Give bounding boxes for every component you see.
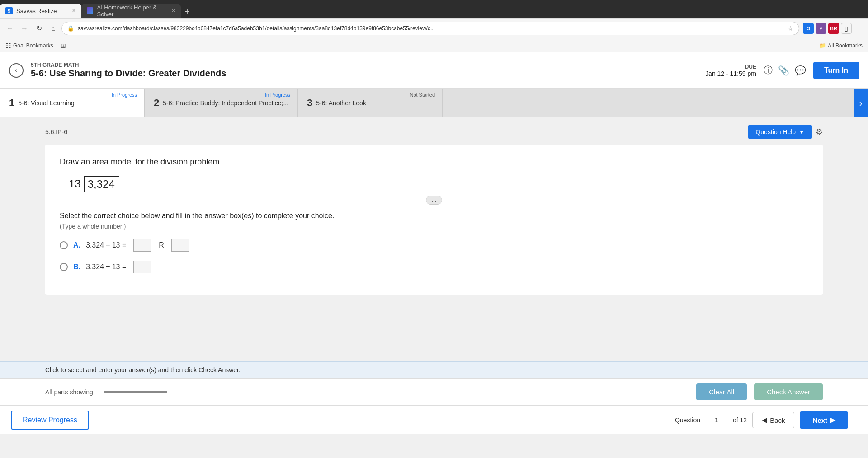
- tab-1-status: In Progress: [112, 92, 137, 98]
- header-grade: 5TH GRADE MATH: [31, 62, 705, 68]
- tab-1-content: 1 5-6: Visual Learning: [9, 97, 135, 109]
- tab-1-label: 5-6: Visual Learning: [18, 99, 74, 107]
- question-id: 5.6.IP-6: [45, 128, 67, 136]
- instruction-bar: Click to select and enter your answer(s)…: [0, 361, 868, 378]
- comment-icon[interactable]: 💬: [795, 65, 806, 76]
- footer: Review Progress Question of 12 ◀ Back Ne…: [0, 405, 868, 434]
- app-header: ‹ 5TH GRADE MATH 5-6: Use Sharing to Div…: [0, 52, 868, 89]
- header-lesson: 5-6: Use Sharing to Divide: Greater Divi…: [31, 68, 705, 79]
- option-a-radio[interactable]: [60, 241, 68, 249]
- ext-icon-1[interactable]: O: [803, 23, 814, 34]
- extensions-area: O P BR ▯ ⋮: [803, 23, 864, 34]
- browser-tab-ai[interactable]: AI Homework Helper & Solver ×: [81, 4, 181, 18]
- check-answer-button[interactable]: Check Answer: [754, 383, 823, 400]
- tab-3-status: Not Started: [410, 92, 435, 98]
- tab-3-another-look[interactable]: Not Started 3 5-6: Another Look: [298, 89, 443, 117]
- savvas-tab-icon: S: [5, 7, 13, 14]
- bookmark-grid[interactable]: ⊞: [61, 42, 66, 49]
- tab-1-visual-learning[interactable]: In Progress 1 5-6: Visual Learning: [0, 89, 145, 117]
- option-b-letter: B.: [73, 263, 80, 271]
- tab-2-practice-buddy[interactable]: In Progress 2 5-6: Practice Buddy: Indep…: [145, 89, 298, 117]
- clear-all-button[interactable]: Clear All: [696, 383, 747, 400]
- next-nav-label: Next: [812, 416, 827, 424]
- reload-btn[interactable]: ↻: [33, 22, 45, 35]
- main-content: 5.6.IP-6 Question Help ▼ ⚙ Draw an area …: [0, 117, 868, 361]
- tab-1-num: 1: [9, 97, 14, 109]
- footer-nav: Question of 12 ◀ Back Next ▶: [89, 411, 857, 429]
- new-tab-button[interactable]: +: [181, 5, 193, 18]
- browser-tab-savvas[interactable]: S Savvas Realize ×: [0, 4, 81, 18]
- ai-tab-icon: [87, 7, 93, 14]
- lock-icon: 🔒: [67, 25, 74, 32]
- bookmark-apps-icon: ⊞: [61, 42, 66, 49]
- review-progress-button[interactable]: Review Progress: [11, 411, 89, 430]
- question-number-input[interactable]: [706, 413, 727, 427]
- option-b-text: 3,324 ÷ 13 =: [86, 263, 126, 271]
- option-a-input-1[interactable]: [133, 239, 151, 252]
- question-help-btn[interactable]: Question Help ▼: [748, 125, 812, 139]
- tab-navigation: In Progress 1 5-6: Visual Learning In Pr…: [0, 89, 868, 117]
- turn-in-button[interactable]: Turn In: [813, 62, 859, 79]
- progress-bar-fill: [104, 391, 167, 393]
- address-bar[interactable]: 🔒 savvasrealize.com/dashboard/classes/98…: [61, 22, 799, 35]
- back-browser-btn[interactable]: ←: [4, 22, 16, 35]
- tab-3-content: 3 5-6: Another Look: [307, 97, 433, 109]
- back-nav-button[interactable]: ◀ Back: [752, 412, 794, 428]
- bookmark-all-label: All Bookmarks: [828, 42, 863, 49]
- next-nav-button[interactable]: Next ▶: [800, 411, 848, 429]
- info-icon[interactable]: ⓘ: [764, 64, 773, 76]
- ai-tab-close[interactable]: ×: [171, 7, 175, 15]
- instruction-text: Click to select and enter your answer(s)…: [45, 366, 241, 374]
- tab-3-num: 3: [307, 97, 312, 109]
- question-label: Question: [675, 416, 700, 424]
- progress-bar-container: [104, 391, 167, 393]
- next-arrow-icon: ▶: [830, 416, 835, 424]
- division-problem: 13 3,324: [69, 176, 808, 192]
- collapse-btn[interactable]: ...: [426, 196, 442, 205]
- question-help-label: Question Help: [755, 128, 796, 136]
- header-right: DUE Jan 12 - 11:59 pm ⓘ 📎 💬 Turn In: [705, 62, 859, 79]
- all-parts-label: All parts showing: [45, 388, 93, 396]
- tab-bar: S Savvas Realize × AI Homework Helper & …: [0, 0, 868, 18]
- due-area: DUE Jan 12 - 11:59 pm: [705, 64, 756, 77]
- ext-icon-3[interactable]: BR: [828, 23, 839, 34]
- due-label: DUE: [705, 64, 756, 70]
- back-arrow-icon: ◀: [762, 416, 767, 424]
- tab-next-arrow[interactable]: ›: [854, 89, 868, 117]
- question-header: 5.6.IP-6 Question Help ▼ ⚙: [45, 125, 823, 139]
- back-btn[interactable]: ‹: [9, 63, 24, 78]
- due-date: Jan 12 - 11:59 pm: [705, 70, 756, 77]
- savvas-tab-label: Savvas Realize: [16, 8, 57, 14]
- forward-browser-btn[interactable]: →: [18, 22, 31, 35]
- gear-icon[interactable]: ⚙: [816, 127, 823, 137]
- option-a-input-2[interactable]: [171, 239, 189, 252]
- bookmark-folder-icon: 📁: [819, 42, 826, 49]
- option-b-input[interactable]: [133, 261, 151, 273]
- option-b-radio[interactable]: [60, 263, 68, 271]
- savvas-tab-close[interactable]: ×: [72, 7, 76, 15]
- tab-2-label: 5-6: Practice Buddy: Independent Practic…: [163, 99, 288, 107]
- attachment-icon[interactable]: 📎: [778, 65, 789, 76]
- action-bar: All parts showing Clear All Check Answer: [0, 378, 868, 405]
- browser-toolbar: ← → ↻ ⌂ 🔒 savvasrealize.com/dashboard/cl…: [0, 18, 868, 38]
- bookmark-goal[interactable]: ☷ Goal Bookmarks: [5, 42, 53, 49]
- header-title-area: 5TH GRADE MATH 5-6: Use Sharing to Divid…: [31, 62, 705, 79]
- of-total: of 12: [733, 416, 747, 424]
- menu-btn[interactable]: ⋮: [854, 23, 864, 34]
- tab-2-status: In Progress: [265, 92, 290, 98]
- collapse-dots: ...: [432, 197, 436, 203]
- help-dropdown-icon: ▼: [798, 128, 805, 136]
- select-prompt: Select the correct choice below and fill…: [60, 212, 808, 220]
- question-box: Draw an area model for the division prob…: [45, 145, 823, 295]
- option-a-r: R: [159, 241, 164, 249]
- ext-icon-4[interactable]: ▯: [841, 23, 852, 34]
- star-icon[interactable]: ☆: [788, 25, 793, 32]
- ext-icon-2[interactable]: P: [816, 23, 826, 34]
- option-a-row: A. 3,324 ÷ 13 = R: [60, 239, 808, 252]
- home-btn[interactable]: ⌂: [47, 22, 60, 35]
- bookmark-grid-icon: ☷: [5, 42, 11, 49]
- browser-chrome: S Savvas Realize × AI Homework Helper & …: [0, 0, 868, 52]
- header-icons: ⓘ 📎 💬: [764, 64, 806, 76]
- bookmark-all[interactable]: 📁 All Bookmarks: [819, 42, 863, 49]
- back-nav-label: Back: [770, 416, 785, 424]
